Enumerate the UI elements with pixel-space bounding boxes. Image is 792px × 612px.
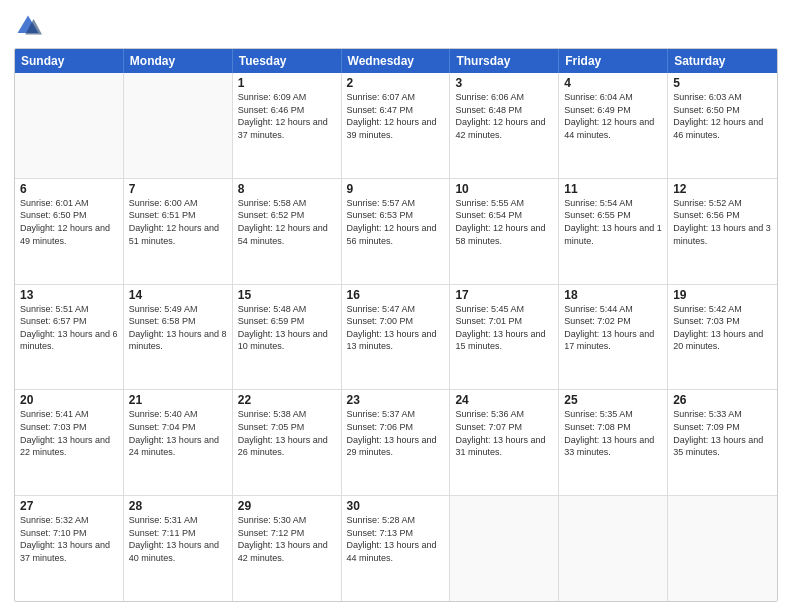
cell-info: Sunrise: 5:51 AM Sunset: 6:57 PM Dayligh… — [20, 303, 118, 353]
calendar-header-row: SundayMondayTuesdayWednesdayThursdayFrid… — [15, 49, 777, 73]
day-number: 22 — [238, 393, 336, 407]
cal-cell: 18Sunrise: 5:44 AM Sunset: 7:02 PM Dayli… — [559, 285, 668, 390]
cal-cell: 22Sunrise: 5:38 AM Sunset: 7:05 PM Dayli… — [233, 390, 342, 495]
cal-cell: 6Sunrise: 6:01 AM Sunset: 6:50 PM Daylig… — [15, 179, 124, 284]
header-cell-monday: Monday — [124, 49, 233, 73]
cal-cell: 20Sunrise: 5:41 AM Sunset: 7:03 PM Dayli… — [15, 390, 124, 495]
week-row-5: 27Sunrise: 5:32 AM Sunset: 7:10 PM Dayli… — [15, 496, 777, 601]
logo-icon — [14, 12, 42, 40]
cell-info: Sunrise: 5:48 AM Sunset: 6:59 PM Dayligh… — [238, 303, 336, 353]
cal-cell: 14Sunrise: 5:49 AM Sunset: 6:58 PM Dayli… — [124, 285, 233, 390]
day-number: 25 — [564, 393, 662, 407]
cell-info: Sunrise: 5:41 AM Sunset: 7:03 PM Dayligh… — [20, 408, 118, 458]
day-number: 19 — [673, 288, 772, 302]
cell-info: Sunrise: 6:06 AM Sunset: 6:48 PM Dayligh… — [455, 91, 553, 141]
cal-cell: 9Sunrise: 5:57 AM Sunset: 6:53 PM Daylig… — [342, 179, 451, 284]
cell-info: Sunrise: 5:44 AM Sunset: 7:02 PM Dayligh… — [564, 303, 662, 353]
cal-cell: 26Sunrise: 5:33 AM Sunset: 7:09 PM Dayli… — [668, 390, 777, 495]
cell-info: Sunrise: 5:30 AM Sunset: 7:12 PM Dayligh… — [238, 514, 336, 564]
day-number: 13 — [20, 288, 118, 302]
cell-info: Sunrise: 6:00 AM Sunset: 6:51 PM Dayligh… — [129, 197, 227, 247]
cell-info: Sunrise: 5:28 AM Sunset: 7:13 PM Dayligh… — [347, 514, 445, 564]
cal-cell: 30Sunrise: 5:28 AM Sunset: 7:13 PM Dayli… — [342, 496, 451, 601]
cal-cell — [15, 73, 124, 178]
cell-info: Sunrise: 5:57 AM Sunset: 6:53 PM Dayligh… — [347, 197, 445, 247]
day-number: 24 — [455, 393, 553, 407]
cal-cell: 28Sunrise: 5:31 AM Sunset: 7:11 PM Dayli… — [124, 496, 233, 601]
day-number: 2 — [347, 76, 445, 90]
page: SundayMondayTuesdayWednesdayThursdayFrid… — [0, 0, 792, 612]
cal-cell — [668, 496, 777, 601]
day-number: 11 — [564, 182, 662, 196]
cell-info: Sunrise: 5:52 AM Sunset: 6:56 PM Dayligh… — [673, 197, 772, 247]
cal-cell — [559, 496, 668, 601]
cal-cell: 8Sunrise: 5:58 AM Sunset: 6:52 PM Daylig… — [233, 179, 342, 284]
day-number: 1 — [238, 76, 336, 90]
day-number: 26 — [673, 393, 772, 407]
cal-cell: 23Sunrise: 5:37 AM Sunset: 7:06 PM Dayli… — [342, 390, 451, 495]
cell-info: Sunrise: 6:04 AM Sunset: 6:49 PM Dayligh… — [564, 91, 662, 141]
cal-cell: 27Sunrise: 5:32 AM Sunset: 7:10 PM Dayli… — [15, 496, 124, 601]
day-number: 18 — [564, 288, 662, 302]
day-number: 30 — [347, 499, 445, 513]
day-number: 5 — [673, 76, 772, 90]
header-cell-sunday: Sunday — [15, 49, 124, 73]
cal-cell: 24Sunrise: 5:36 AM Sunset: 7:07 PM Dayli… — [450, 390, 559, 495]
header-cell-tuesday: Tuesday — [233, 49, 342, 73]
cell-info: Sunrise: 5:54 AM Sunset: 6:55 PM Dayligh… — [564, 197, 662, 247]
day-number: 10 — [455, 182, 553, 196]
cell-info: Sunrise: 5:38 AM Sunset: 7:05 PM Dayligh… — [238, 408, 336, 458]
day-number: 9 — [347, 182, 445, 196]
cal-cell: 4Sunrise: 6:04 AM Sunset: 6:49 PM Daylig… — [559, 73, 668, 178]
day-number: 20 — [20, 393, 118, 407]
day-number: 3 — [455, 76, 553, 90]
cell-info: Sunrise: 5:47 AM Sunset: 7:00 PM Dayligh… — [347, 303, 445, 353]
day-number: 7 — [129, 182, 227, 196]
day-number: 21 — [129, 393, 227, 407]
cal-cell: 13Sunrise: 5:51 AM Sunset: 6:57 PM Dayli… — [15, 285, 124, 390]
cal-cell — [124, 73, 233, 178]
cal-cell: 3Sunrise: 6:06 AM Sunset: 6:48 PM Daylig… — [450, 73, 559, 178]
week-row-3: 13Sunrise: 5:51 AM Sunset: 6:57 PM Dayli… — [15, 285, 777, 391]
cell-info: Sunrise: 5:42 AM Sunset: 7:03 PM Dayligh… — [673, 303, 772, 353]
day-number: 15 — [238, 288, 336, 302]
cal-cell: 11Sunrise: 5:54 AM Sunset: 6:55 PM Dayli… — [559, 179, 668, 284]
cal-cell: 21Sunrise: 5:40 AM Sunset: 7:04 PM Dayli… — [124, 390, 233, 495]
day-number: 17 — [455, 288, 553, 302]
day-number: 28 — [129, 499, 227, 513]
cell-info: Sunrise: 6:01 AM Sunset: 6:50 PM Dayligh… — [20, 197, 118, 247]
cal-cell: 5Sunrise: 6:03 AM Sunset: 6:50 PM Daylig… — [668, 73, 777, 178]
day-number: 23 — [347, 393, 445, 407]
week-row-4: 20Sunrise: 5:41 AM Sunset: 7:03 PM Dayli… — [15, 390, 777, 496]
cell-info: Sunrise: 5:33 AM Sunset: 7:09 PM Dayligh… — [673, 408, 772, 458]
day-number: 29 — [238, 499, 336, 513]
cal-cell: 15Sunrise: 5:48 AM Sunset: 6:59 PM Dayli… — [233, 285, 342, 390]
week-row-2: 6Sunrise: 6:01 AM Sunset: 6:50 PM Daylig… — [15, 179, 777, 285]
cal-cell: 7Sunrise: 6:00 AM Sunset: 6:51 PM Daylig… — [124, 179, 233, 284]
week-row-1: 1Sunrise: 6:09 AM Sunset: 6:46 PM Daylig… — [15, 73, 777, 179]
calendar-body: 1Sunrise: 6:09 AM Sunset: 6:46 PM Daylig… — [15, 73, 777, 601]
header-cell-friday: Friday — [559, 49, 668, 73]
cell-info: Sunrise: 5:58 AM Sunset: 6:52 PM Dayligh… — [238, 197, 336, 247]
header-cell-wednesday: Wednesday — [342, 49, 451, 73]
cell-info: Sunrise: 5:37 AM Sunset: 7:06 PM Dayligh… — [347, 408, 445, 458]
cal-cell: 25Sunrise: 5:35 AM Sunset: 7:08 PM Dayli… — [559, 390, 668, 495]
day-number: 14 — [129, 288, 227, 302]
day-number: 16 — [347, 288, 445, 302]
cell-info: Sunrise: 6:09 AM Sunset: 6:46 PM Dayligh… — [238, 91, 336, 141]
cell-info: Sunrise: 6:07 AM Sunset: 6:47 PM Dayligh… — [347, 91, 445, 141]
cal-cell: 17Sunrise: 5:45 AM Sunset: 7:01 PM Dayli… — [450, 285, 559, 390]
cal-cell: 29Sunrise: 5:30 AM Sunset: 7:12 PM Dayli… — [233, 496, 342, 601]
header-cell-thursday: Thursday — [450, 49, 559, 73]
cal-cell: 19Sunrise: 5:42 AM Sunset: 7:03 PM Dayli… — [668, 285, 777, 390]
cell-info: Sunrise: 6:03 AM Sunset: 6:50 PM Dayligh… — [673, 91, 772, 141]
cell-info: Sunrise: 5:32 AM Sunset: 7:10 PM Dayligh… — [20, 514, 118, 564]
cal-cell: 16Sunrise: 5:47 AM Sunset: 7:00 PM Dayli… — [342, 285, 451, 390]
logo — [14, 12, 44, 40]
day-number: 12 — [673, 182, 772, 196]
cal-cell — [450, 496, 559, 601]
cell-info: Sunrise: 5:49 AM Sunset: 6:58 PM Dayligh… — [129, 303, 227, 353]
day-number: 4 — [564, 76, 662, 90]
cal-cell: 2Sunrise: 6:07 AM Sunset: 6:47 PM Daylig… — [342, 73, 451, 178]
cal-cell: 10Sunrise: 5:55 AM Sunset: 6:54 PM Dayli… — [450, 179, 559, 284]
